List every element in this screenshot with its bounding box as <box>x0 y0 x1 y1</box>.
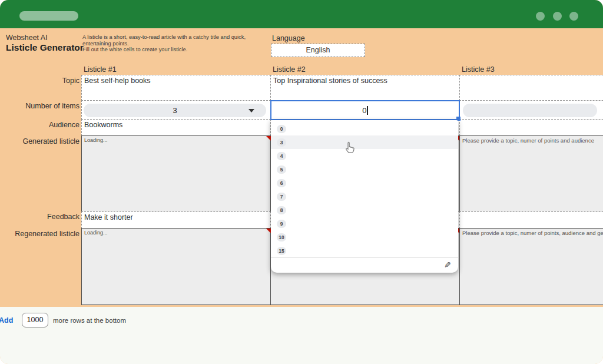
placeholder-message: Please provide a topic, numer of points … <box>462 137 594 144</box>
cell-listicle1-generated: Loading... <box>81 135 271 212</box>
row-label-generated-listicle: Generated listicle <box>0 137 79 145</box>
column-header-listicle-2: Listicle #2 <box>273 65 306 74</box>
dropdown-option[interactable]: 8 <box>271 204 458 217</box>
dropdown-option[interactable]: 0 <box>271 122 458 135</box>
row-label-number-of-items: Number of items <box>0 102 79 110</box>
number-options-dropdown: 0 3 4 5 6 7 8 9 10 15 ✎ <box>271 120 458 273</box>
dropdown-option[interactable]: 4 <box>271 149 458 163</box>
language-label: Language <box>272 34 305 42</box>
row-label-feedback: Feedback <box>0 213 79 221</box>
option-badge: 0 <box>277 125 286 133</box>
option-badge: 9 <box>277 220 286 228</box>
text-caret <box>367 106 368 115</box>
page-title: Listicle Generator <box>6 42 84 53</box>
cell-listicle1-regenerated: Loading... <box>81 228 271 305</box>
number-of-items-input-listicle2[interactable]: 0 <box>270 100 460 120</box>
edit-pencil-icon[interactable]: ✎ <box>444 260 451 270</box>
option-badge: 10 <box>277 233 286 241</box>
dropdown-option[interactable]: 15 <box>271 244 458 258</box>
row-label-regenerated-listicle: Regenerated listicle <box>0 230 79 238</box>
column-header-listicle-1: Listicle #1 <box>84 65 117 74</box>
language-select[interactable]: English <box>271 44 365 57</box>
rows-suffix-label: more rows at the bottom <box>53 317 126 324</box>
option-badge: 4 <box>277 152 286 160</box>
dropdown-footer: ✎ <box>271 257 458 273</box>
description-text: A listicle is a short, easy-to-read arti… <box>82 34 271 47</box>
option-badge: 6 <box>277 179 286 187</box>
dropdown-option[interactable]: 5 <box>271 163 458 176</box>
input-value: 0 <box>362 106 366 115</box>
bottom-toolbar <box>0 307 603 364</box>
app-window: Websheet AI Listicle Generator A listicl… <box>0 0 603 364</box>
dropdown-option[interactable]: 7 <box>271 190 458 203</box>
selected-value: 3 <box>173 106 177 115</box>
cell-listicle2-topic[interactable]: Top Inspirational stories of success <box>270 75 460 101</box>
cell-listicle3-topic[interactable] <box>459 75 603 101</box>
cell-listicle1-feedback[interactable]: Make it shorter <box>81 211 271 229</box>
dropdown-option[interactable]: 10 <box>271 231 458 244</box>
number-of-items-select-listicle3[interactable] <box>463 104 597 117</box>
dropdown-option[interactable]: 9 <box>271 217 458 231</box>
option-badge: 15 <box>277 247 286 255</box>
window-button-icon[interactable] <box>536 12 545 21</box>
chevron-down-icon <box>249 109 254 112</box>
window-button-icon[interactable] <box>569 12 578 21</box>
instruction-text: Fill out the white cells to create your … <box>82 47 271 53</box>
cell-listicle3-regenerated: Please provide a topic, numer of points,… <box>459 228 603 305</box>
row-label-audience: Audience <box>0 121 79 129</box>
cell-listicle1-topic[interactable]: Best self-help books <box>81 75 271 101</box>
column-header-listicle-3: Listicle #3 <box>462 65 495 74</box>
row-label-topic: Topic <box>0 77 79 85</box>
placeholder-message: Please provide a topic, numer of points,… <box>462 230 603 236</box>
add-rows-button[interactable]: Add <box>0 316 13 325</box>
dropdown-option[interactable]: 3 <box>271 135 458 149</box>
cell-listicle3-audience[interactable] <box>459 119 603 136</box>
dropdown-options-list: 0 3 4 5 6 7 8 9 10 15 <box>271 122 458 258</box>
rows-count-input[interactable]: 1000 <box>22 313 48 327</box>
option-badge: 5 <box>277 166 286 174</box>
browser-titlebar <box>0 0 603 28</box>
comment-marker-icon <box>266 136 271 141</box>
cell-listicle3-feedback[interactable] <box>459 211 603 229</box>
option-badge: 8 <box>277 206 286 214</box>
option-badge: 7 <box>277 193 286 201</box>
address-pill <box>19 11 78 21</box>
cell-listicle1-audience[interactable]: Bookworms <box>81 119 271 136</box>
comment-marker-icon <box>266 229 271 233</box>
dropdown-option[interactable]: 6 <box>271 176 458 190</box>
app-description: A listicle is a short, easy-to-read arti… <box>82 34 271 53</box>
hand-cursor-icon <box>343 141 356 155</box>
number-of-items-select-listicle1[interactable]: 3 <box>84 104 266 117</box>
cell-listicle3-generated: Please provide a topic, numer of points … <box>459 135 603 212</box>
app-name: Websheet AI <box>6 34 48 42</box>
window-button-icon[interactable] <box>553 12 562 21</box>
option-badge: 3 <box>277 138 286 147</box>
